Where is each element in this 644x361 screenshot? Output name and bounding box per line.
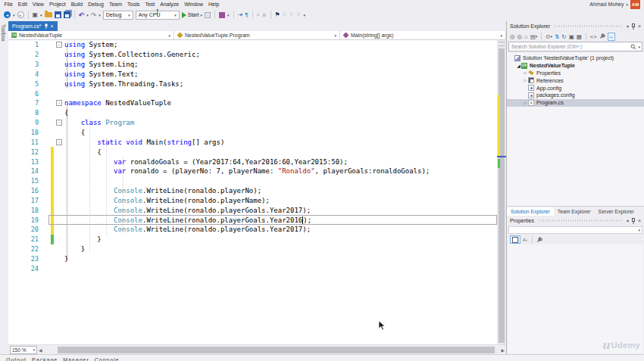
tree-item-packages-config[interactable]: packages.config xyxy=(507,92,644,99)
expander-closed-icon[interactable]: ▷ xyxy=(523,78,528,82)
code-line-6[interactable]: 6 xyxy=(8,89,497,98)
se-refresh-button[interactable]: ↻ xyxy=(561,33,566,40)
search-icon[interactable] xyxy=(630,44,636,50)
search-input[interactable] xyxy=(509,44,629,49)
se-preview-selected-items-button[interactable]: – xyxy=(608,33,615,41)
user-area[interactable]: Ahmad Mohey ▾ xyxy=(589,0,628,8)
properties-object-combo[interactable]: ▾ xyxy=(508,226,642,234)
code-line-5[interactable]: 5using System.Threading.Tasks; xyxy=(8,79,497,89)
code-line-18[interactable]: 18 Console.WriteLine(ronaldo.playerGoals… xyxy=(8,205,497,215)
code-line-1[interactable]: 1-using System; xyxy=(8,40,497,50)
code-line-21[interactable]: 21 } xyxy=(8,235,497,244)
hscroll-left-arrow-icon[interactable]: ◀ xyxy=(39,347,42,353)
toolbar-overflow-icon[interactable]: ▾ xyxy=(304,13,306,17)
se-home-button[interactable]: ⌂ xyxy=(524,33,528,40)
alphabetical-button[interactable]: A↓ xyxy=(523,238,528,242)
expander-closed-icon[interactable]: ▷ xyxy=(523,101,528,105)
code-line-17[interactable]: 17 Console.WriteLine(ronaldo.playerName)… xyxy=(8,196,497,206)
code-area[interactable]: 1-using System;2using System.Collections… xyxy=(8,40,497,344)
application-insights-button[interactable] xyxy=(219,11,225,20)
code-line-19[interactable]: 19 Console.WriteLine(ronaldo.playerGoals… xyxy=(8,215,497,225)
se-sync-with-active-document-button[interactable]: ⇅ xyxy=(555,33,559,40)
breadcrumb-section-0[interactable]: C#NestedValueTuple▾ xyxy=(8,31,174,39)
collapse-region-icon[interactable]: - xyxy=(56,139,62,145)
tree-item-solution-nestedvaluetuple-1-project[interactable]: Solution 'NestedValueTuple' (1 project) xyxy=(507,54,644,62)
code-line-24[interactable]: 24 xyxy=(8,263,497,273)
panel-tab-server-explorer[interactable]: Server Explorer xyxy=(595,207,638,216)
start-debug-button[interactable]: Start ▾ xyxy=(182,11,202,20)
code-line-8[interactable]: 8{ xyxy=(8,108,497,118)
code-line-4[interactable]: 4using System.Text; xyxy=(8,70,497,79)
collapse-region-icon[interactable]: - xyxy=(56,42,62,48)
navigate-back-caret-icon[interactable]: ▾ xyxy=(13,13,15,17)
code-line-16[interactable]: 16 Console.WriteLine(ronaldo.playerNo); xyxy=(8,186,497,196)
menu-help[interactable]: Help xyxy=(206,2,222,7)
expander-open-icon[interactable]: ◢ xyxy=(516,63,521,68)
menu-build[interactable]: Build xyxy=(68,2,86,7)
code-line-9[interactable]: 9- class Program xyxy=(8,118,497,128)
menu-window[interactable]: Window xyxy=(182,2,206,7)
pin-icon[interactable] xyxy=(44,23,48,29)
property-pages-button[interactable] xyxy=(536,237,542,243)
tree-item-properties[interactable]: ▷Properties xyxy=(507,70,644,77)
save-button[interactable] xyxy=(55,11,61,20)
toolbox-side-tab[interactable]: Toolbox xyxy=(0,21,8,354)
document-tab-program-cs[interactable]: Program.cs* × xyxy=(8,21,58,31)
solution-explorer-search[interactable]: ▾ xyxy=(508,42,642,51)
previous-bookmark-button[interactable]: ⚐ xyxy=(283,11,287,20)
tree-item-program-cs[interactable]: ▷#Program.cs xyxy=(507,99,644,107)
toolbar-overflow-icon[interactable]: ▾ xyxy=(227,13,230,17)
hscroll-thumb[interactable] xyxy=(58,347,496,353)
tree-item-references[interactable]: ▷References xyxy=(507,76,644,84)
menu-project[interactable]: Project xyxy=(46,2,68,7)
collapse-region-icon[interactable]: - xyxy=(56,120,62,126)
uncomment-button[interactable]: ≣ xyxy=(262,11,267,20)
expander-closed-icon[interactable]: ▷ xyxy=(523,70,528,75)
redo-button[interactable]: ↷ xyxy=(91,11,97,20)
attach-button[interactable] xyxy=(205,11,211,20)
clear-bookmarks-button[interactable]: ⚐ xyxy=(296,11,301,20)
breadcrumb-section-2[interactable]: Main(string[] args)▾ xyxy=(340,31,506,39)
menu-debug[interactable]: Debug xyxy=(86,2,107,7)
hscroll-right-arrow-icon[interactable]: ▶ xyxy=(501,347,505,353)
save-all-button[interactable] xyxy=(64,11,70,20)
menu-test[interactable]: Test xyxy=(142,2,158,7)
editor-horizontal-scrollbar[interactable] xyxy=(44,346,500,354)
pin-icon[interactable] xyxy=(631,23,636,30)
redo-caret-icon[interactable]: ▾ xyxy=(98,13,101,17)
undo-button[interactable]: ↶ xyxy=(79,11,85,20)
comment-button[interactable]: ≡ xyxy=(257,11,260,20)
se-properties-button[interactable] xyxy=(599,33,605,39)
navigate-back-button[interactable]: ◂ xyxy=(4,11,11,20)
close-panel-icon[interactable]: × xyxy=(638,218,641,223)
menu-edit[interactable]: Edit xyxy=(15,2,30,7)
code-line-13[interactable]: 13 var ronaldoGoals = (Year2017:64,Year2… xyxy=(8,157,497,166)
se-pending-changes-filter-button[interactable]: ⊙▾ xyxy=(546,33,552,40)
tree-item-app-config[interactable]: App.config xyxy=(507,84,644,92)
code-line-15[interactable]: 15 xyxy=(8,176,497,186)
panel-tab-solution-explorer[interactable]: Solution Explorer xyxy=(507,207,554,216)
code-line-3[interactable]: 3using System.Linq; xyxy=(8,60,497,70)
splitter-grip-icon[interactable] xyxy=(499,42,505,46)
new-project-caret-icon[interactable]: ▾ xyxy=(40,13,42,17)
debug-target-combo[interactable]: Debug ▾ xyxy=(103,11,133,20)
se-nest-files-button[interactable]: ▣ xyxy=(569,33,574,40)
undo-caret-icon[interactable]: ▾ xyxy=(86,13,89,17)
code-line-22[interactable]: 22 } xyxy=(8,244,497,254)
tree-item-nestedvaluetuple[interactable]: ◢C#NestedValueTuple xyxy=(507,62,644,70)
menu-view[interactable]: View xyxy=(30,2,46,7)
editor-zoom-combo[interactable]: 150 % ▾ xyxy=(10,346,37,354)
panel-tab-team-explorer[interactable]: Team Explorer xyxy=(554,207,595,216)
code-line-23[interactable]: 23} xyxy=(8,254,497,264)
code-line-20[interactable]: 20 Console.WriteLine(ronaldo.playerGoals… xyxy=(8,225,497,235)
editor-vertical-scrollbar[interactable] xyxy=(497,40,506,344)
navigate-forward-button[interactable]: ▸ xyxy=(17,11,24,20)
code-line-10[interactable]: 10 { xyxy=(8,128,497,138)
navigate-to-button[interactable]: ¶ xyxy=(245,11,248,20)
menu-tools[interactable]: Tools xyxy=(125,2,142,7)
categorized-button[interactable] xyxy=(510,235,521,244)
se-back-button[interactable]: ◎ xyxy=(510,33,515,40)
window-position-caret-icon[interactable]: ▾ xyxy=(627,23,629,29)
code-line-11[interactable]: 11- static void Main(string[] args) xyxy=(8,137,497,147)
toggle-bookmark-button[interactable]: ⚑ xyxy=(275,11,280,20)
